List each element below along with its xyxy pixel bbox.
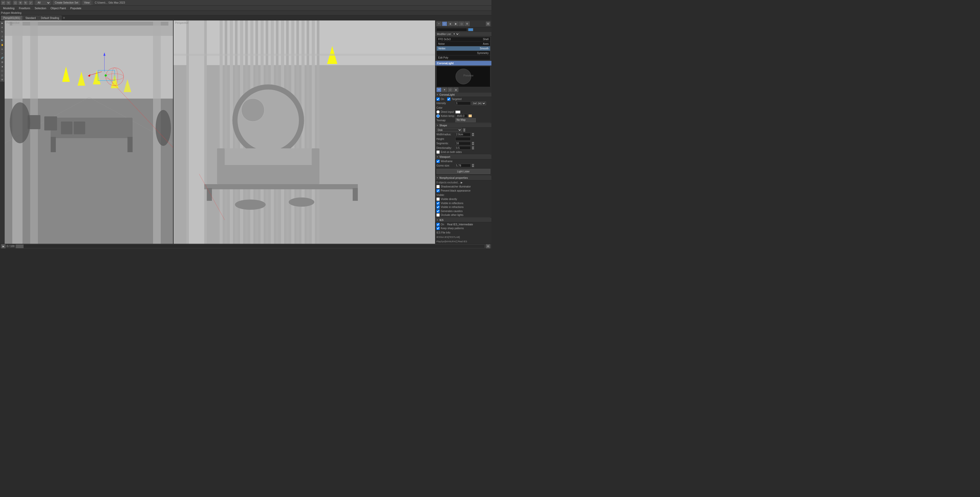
undo-icon[interactable]: ↩	[1, 0, 6, 5]
modifier-symmetry[interactable]: Symmetry	[437, 51, 490, 56]
gizmo-down[interactable]: ▼	[472, 165, 474, 167]
menu-selection[interactable]: Selection	[32, 6, 48, 11]
emit-both-sides-checkbox[interactable]	[436, 151, 440, 154]
modifier-list-header[interactable]: Modifier List ▼	[435, 32, 492, 37]
ies-section[interactable]: IES	[435, 218, 492, 222]
segments-input[interactable]	[455, 142, 471, 145]
panel-settings-icon[interactable]: ⚙	[486, 22, 490, 26]
utilities-tab-icon[interactable]: ⚙	[465, 22, 470, 26]
width-spinner[interactable]: ▲ ▼	[472, 133, 474, 137]
visible-directly-checkbox[interactable]	[436, 197, 440, 201]
gizmo-up[interactable]: ▲	[472, 164, 474, 165]
tool-bind[interactable]: ◈	[0, 65, 4, 68]
directionality-spinner[interactable]: ▲ ▼	[472, 146, 474, 150]
intensity-unit-select[interactable]: Def. (W)	[472, 102, 486, 105]
tool-create[interactable]: +	[0, 51, 4, 56]
segments-up[interactable]: ▲	[472, 142, 474, 143]
object-color-swatch[interactable]	[468, 28, 473, 31]
modifier-dropdown[interactable]: ▼	[452, 32, 460, 36]
kelvin-color-swatch[interactable]	[468, 114, 472, 118]
tool-link[interactable]: 🔗	[0, 56, 4, 60]
modifier-ffd[interactable]: FFD 3x3x3 Shell	[437, 37, 490, 42]
tool-rotate[interactable]: ↻	[0, 30, 4, 34]
intensity-input[interactable]	[455, 102, 471, 105]
menu-freeform[interactable]: Freeform	[17, 6, 32, 11]
corona-light-section[interactable]: CoronaLight	[435, 93, 492, 97]
tab-standard[interactable]: Standard	[23, 16, 38, 20]
tool-select[interactable]: ▶	[0, 21, 4, 25]
directionality-input[interactable]	[455, 146, 471, 150]
modifier-vertex[interactable]: Vertex Smooth	[437, 46, 490, 51]
kelvin-radio[interactable]	[436, 114, 440, 118]
modify-tab-icon[interactable]: ⬡	[442, 22, 447, 26]
modifier-editpoly[interactable]: Edit Poly	[437, 56, 490, 60]
display-tab-icon[interactable]: ◻	[459, 22, 464, 26]
object-name-input[interactable]: CoronaLight565	[436, 28, 467, 32]
menu-modeling[interactable]: Modeling	[1, 6, 17, 11]
shape-spinner[interactable]: ▲ ▼	[463, 128, 466, 132]
shape-up[interactable]: ▲	[463, 128, 466, 130]
tab-shading[interactable]: Default Shading	[39, 16, 61, 20]
dir-up[interactable]: ▲	[472, 146, 474, 148]
tool-utility[interactable]: ⚙	[0, 78, 4, 82]
width-radius-input[interactable]	[455, 133, 471, 137]
tool-scale[interactable]: △	[0, 34, 4, 38]
on-checkbox[interactable]	[436, 97, 440, 101]
viewport-right[interactable]: Perspective	[173, 21, 435, 244]
shape-select[interactable]: Disk	[436, 128, 462, 132]
occlude-checkbox[interactable]	[436, 213, 440, 217]
ies-sharp-checkbox[interactable]	[436, 227, 440, 230]
corona-emission-tab[interactable]: ✦	[442, 87, 447, 92]
timeline-bar[interactable]	[16, 244, 485, 248]
play-btn[interactable]: ▶	[1, 244, 6, 249]
tool-orbit[interactable]: ⊙	[0, 47, 4, 51]
scale-icon[interactable]: ⤢	[29, 0, 33, 5]
tool-unlink[interactable]: ⛓	[0, 60, 4, 64]
reference-coord-dropdown[interactable]: All	[35, 0, 51, 5]
select-icon[interactable]: ⬡	[13, 0, 18, 5]
menu-objectpaint[interactable]: Object Paint	[49, 6, 68, 11]
create-tab-icon[interactable]: +	[436, 22, 442, 26]
tool-move[interactable]: ✛	[0, 25, 4, 29]
corona-light-tab[interactable]: ☀	[436, 87, 442, 92]
wireframe-checkbox[interactable]	[436, 160, 440, 163]
targeted-checkbox[interactable]	[447, 97, 450, 101]
menu-populate[interactable]: Populate	[68, 6, 83, 11]
motion-tab-icon[interactable]: ▶	[453, 22, 458, 26]
move-icon[interactable]: ✛	[18, 0, 23, 5]
prevent-black-checkbox[interactable]	[436, 189, 440, 192]
tab-persp[interactable]: Persp001(001)	[1, 16, 22, 20]
kelvin-input[interactable]	[456, 114, 467, 118]
texmap-btn[interactable]: No Map	[455, 118, 476, 122]
tool-pan[interactable]: ✋	[0, 43, 4, 47]
corona-ies-tab[interactable]: ◈	[453, 87, 458, 92]
dir-down[interactable]: ▼	[472, 148, 474, 150]
direct-input-swatch[interactable]	[455, 111, 460, 114]
hierarchy-tab-icon[interactable]: ◈	[448, 22, 453, 26]
rotate-icon[interactable]: ↻	[23, 0, 28, 5]
gizmo-spinner[interactable]: ▲ ▼	[472, 164, 474, 167]
shadowcatcher-checkbox[interactable]	[436, 185, 440, 188]
tool-display[interactable]: ◻	[0, 73, 4, 77]
caustics-checkbox[interactable]	[436, 210, 440, 213]
height-input[interactable]	[455, 137, 471, 141]
segments-spinner[interactable]: ▲ ▼	[472, 142, 474, 145]
objects-excluded-btn[interactable]: ▶	[461, 181, 463, 184]
view-btn[interactable]: View	[83, 0, 92, 5]
nonphysical-section[interactable]: Nonphysical properties	[435, 176, 492, 180]
visible-refractions-checkbox[interactable]	[436, 205, 440, 209]
shape-section[interactable]: Shape	[435, 123, 492, 128]
direct-input-radio[interactable]	[436, 110, 440, 114]
light-lister-button[interactable]: Light Lister	[436, 169, 490, 174]
redo-icon[interactable]: ↪	[6, 0, 11, 5]
tool-zoom[interactable]: 🔍	[0, 38, 4, 43]
time-config-icon[interactable]: ⚙	[486, 244, 490, 249]
visible-reflections-checkbox[interactable]	[436, 202, 440, 205]
viewport-section[interactable]: Viewport	[435, 155, 492, 159]
gizmo-size-input[interactable]	[455, 164, 471, 167]
segments-down[interactable]: ▼	[472, 143, 474, 145]
shape-down[interactable]: ▼	[463, 130, 466, 132]
tool-hierarchy[interactable]: ⬡	[0, 69, 4, 73]
corona-texture-tab[interactable]: ⬡	[448, 87, 453, 92]
modifier-noise[interactable]: Noise Axes	[437, 42, 490, 46]
